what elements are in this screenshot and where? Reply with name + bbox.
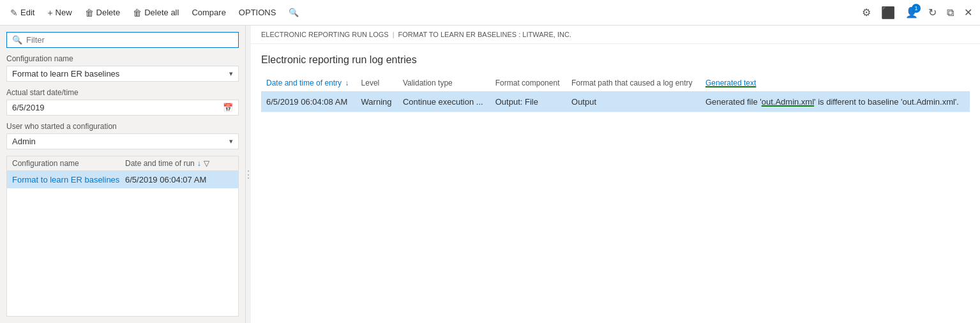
log-row-datetime: 6/5/2019 06:04:07 AM — [125, 175, 233, 184]
office-icon: ⬛ — [881, 6, 895, 19]
resize-handle[interactable]: ⋮ — [246, 26, 251, 323]
cell-generated-text: Generated file 'out.Admin.xml' is differ… — [700, 92, 970, 112]
refresh-button[interactable]: ↻ — [926, 4, 939, 21]
date-sort-icon: ↓ — [345, 79, 349, 87]
toolbar-right: ⚙ ⬛ 👤 1 ↻ ⧉ ✕ — [859, 3, 975, 22]
col-validation-type[interactable]: Validation type — [398, 75, 490, 92]
user-label: User who started a configuration — [6, 122, 239, 131]
log-row-config-name: Format to learn ER baselines — [12, 175, 120, 184]
user-chevron-icon: ▾ — [229, 137, 233, 146]
cell-level: Warning — [356, 92, 398, 112]
main-layout: 🔍 Configuration name Format to learn ER … — [0, 26, 980, 323]
table-header: Date and time of entry ↓ Level Validatio… — [261, 75, 970, 92]
compare-button[interactable]: Compare — [186, 5, 230, 20]
log-col2-filter-icon[interactable]: ▽ — [204, 159, 209, 168]
table-row[interactable]: 6/5/2019 06:04:08 AM Warning Continue ex… — [261, 92, 970, 112]
col-generated-text[interactable]: Generated text — [700, 75, 970, 92]
toolbar: ✎ Edit + New 🗑 Delete 🗑 Delete all Compa… — [0, 0, 980, 26]
delete-button[interactable]: 🗑 Delete — [80, 5, 126, 20]
notification-badge: 1 — [912, 4, 921, 13]
calendar-icon: 📅 — [223, 103, 233, 112]
delete-all-icon: 🗑 — [133, 8, 142, 18]
user-field: User who started a configuration Admin ▾ — [6, 122, 239, 149]
notification-button[interactable]: 👤 1 — [903, 4, 921, 21]
start-date-input[interactable]: 6/5/2019 📅 — [6, 100, 239, 116]
search-toolbar-button[interactable]: 🔍 — [283, 5, 304, 20]
log-col1-header: Configuration name — [12, 159, 120, 168]
right-panel: ELECTRONIC REPORTING RUN LOGS | FORMAT T… — [251, 26, 980, 323]
config-name-field: Configuration name Format to learn ER ba… — [6, 54, 239, 82]
edit-icon: ✎ — [10, 8, 18, 18]
right-content: Electronic reporting run log entries Dat… — [251, 44, 980, 323]
start-date-field: Actual start date/time 6/5/2019 📅 — [6, 88, 239, 116]
filter-search-icon: 🔍 — [12, 35, 22, 45]
col-level[interactable]: Level — [356, 75, 398, 92]
breadcrumb: ELECTRONIC REPORTING RUN LOGS | FORMAT T… — [251, 26, 980, 44]
cell-format-component: Output: File — [490, 92, 566, 112]
log-list-row[interactable]: Format to learn ER baselines 6/5/2019 06… — [7, 171, 238, 188]
plus-icon: + — [47, 8, 52, 18]
col-date-time[interactable]: Date and time of entry ↓ — [261, 75, 356, 92]
breadcrumb-part2: FORMAT TO LEARN ER BASELINES : LITWARE, … — [398, 31, 571, 38]
close-button[interactable]: ✕ — [961, 4, 975, 21]
breadcrumb-sep: | — [393, 31, 395, 38]
log-list-header: Configuration name Date and time of run … — [7, 156, 238, 171]
data-table: Date and time of entry ↓ Level Validatio… — [261, 75, 970, 112]
col-format-component[interactable]: Format component — [490, 75, 566, 92]
start-date-label: Actual start date/time — [6, 88, 239, 97]
log-col2-sort-icon: ↓ — [197, 159, 201, 168]
log-list: Configuration name Date and time of run … — [6, 156, 239, 317]
section-title: Electronic reporting run log entries — [261, 54, 970, 66]
options-button[interactable]: OPTIONS — [234, 5, 282, 20]
edit-button[interactable]: ✎ Edit — [5, 5, 40, 20]
table-body: 6/5/2019 06:04:08 AM Warning Continue ex… — [261, 92, 970, 112]
generated-text-underline: out.Admin.xml — [762, 97, 814, 107]
log-col2-header: Date and time of run ↓ ▽ — [125, 159, 233, 168]
config-name-dropdown[interactable]: Format to learn ER baselines ▾ — [6, 66, 239, 82]
settings-icon-button[interactable]: ⚙ — [859, 4, 873, 21]
filter-box[interactable]: 🔍 — [6, 32, 239, 48]
cell-date-time: 6/5/2019 06:04:08 AM — [261, 92, 356, 112]
breadcrumb-part1: ELECTRONIC REPORTING RUN LOGS — [261, 31, 389, 38]
new-button[interactable]: + New — [42, 5, 77, 20]
filter-input[interactable] — [26, 35, 233, 45]
col-format-path[interactable]: Format path that caused a log entry — [566, 75, 700, 92]
delete-icon: 🗑 — [85, 8, 94, 18]
config-name-chevron-icon: ▾ — [229, 70, 233, 78]
left-panel: 🔍 Configuration name Format to learn ER … — [0, 26, 246, 323]
office-icon-button[interactable]: ⬛ — [878, 3, 898, 22]
open-in-new-button[interactable]: ⧉ — [944, 4, 956, 21]
delete-all-button[interactable]: 🗑 Delete all — [128, 5, 184, 20]
user-dropdown[interactable]: Admin ▾ — [6, 133, 239, 149]
cell-validation-type: Continue execution ... — [398, 92, 490, 112]
search-toolbar-icon: 🔍 — [289, 8, 299, 17]
cell-format-path: Output — [566, 92, 700, 112]
config-name-label: Configuration name — [6, 54, 239, 63]
